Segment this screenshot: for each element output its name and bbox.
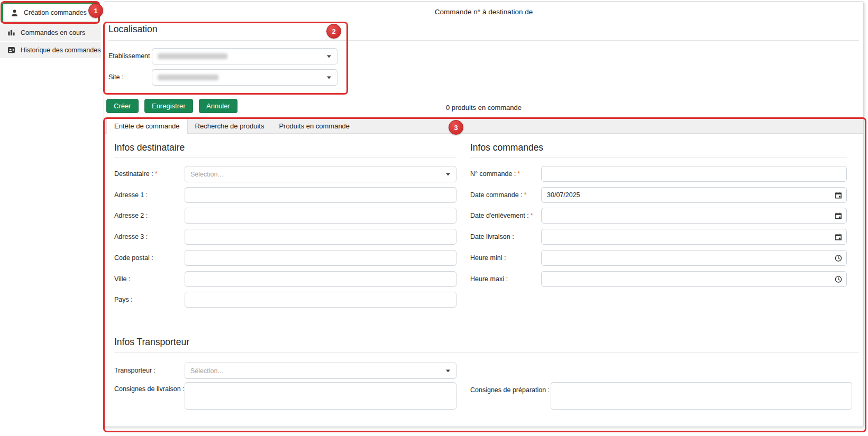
num-commande-label: N° commande :*	[470, 170, 520, 178]
destinataire-select[interactable]: Sélection...	[185, 166, 456, 182]
tab-bar: Entête de commande Recherche de produits…	[104, 118, 863, 134]
transporteur-select[interactable]: Sélection...	[185, 363, 456, 379]
calendar-icon[interactable]	[834, 191, 842, 199]
ville-input[interactable]	[185, 271, 456, 287]
site-select[interactable]	[152, 69, 337, 86]
sidebar-item-historique-commandes[interactable]: Historique des commandes	[0, 42, 101, 58]
app-root: Création commandes Commandes en cours Hi…	[0, 0, 868, 436]
adresse2-label: Adresse 2 :	[114, 212, 148, 219]
adresse3-label: Adresse 3 :	[114, 233, 148, 240]
infos-transporteur-divider	[114, 352, 859, 352]
site-redacted-value	[158, 75, 218, 80]
localisation-title: Localisation	[108, 24, 157, 35]
infos-transporteur-title: Infos Transporteur	[114, 337, 189, 348]
main-panel: Commande n° à destination de Localisatio…	[104, 1, 864, 427]
destinataire-label: Destinataire :*	[114, 170, 158, 178]
adresse1-input[interactable]	[185, 187, 456, 203]
transporteur-placeholder: Sélection...	[190, 367, 223, 375]
infos-commandes-divider	[470, 157, 847, 157]
consignes-livraison-textarea[interactable]	[185, 382, 456, 410]
clock-icon[interactable]	[834, 275, 842, 283]
bar-chart-icon	[7, 29, 15, 37]
heure-maxi-input[interactable]	[541, 271, 847, 287]
tab-recherche-de-produits[interactable]: Recherche de produits	[188, 118, 272, 134]
heure-maxi-label: Heure maxi :	[470, 275, 508, 283]
ville-label: Ville :	[114, 275, 130, 283]
adresse3-input[interactable]	[185, 229, 456, 245]
code-postal-label: Code postal :	[114, 254, 153, 262]
infos-destinataire-divider	[114, 157, 456, 157]
code-postal-input[interactable]	[185, 250, 456, 266]
etablissement-select[interactable]	[152, 48, 337, 64]
site-label: Site :	[108, 73, 124, 81]
heure-mini-label: Heure mini :	[470, 254, 506, 262]
consignes-livraison-label: Consignes de livraison :	[114, 385, 185, 393]
pays-input[interactable]	[185, 292, 456, 308]
etablissement-label: Etablissement :	[108, 52, 153, 60]
tab-produits-en-commande[interactable]: Produits en commande	[271, 118, 357, 134]
num-commande-input[interactable]	[541, 166, 847, 182]
date-enlevement-label: Date d'enlèvement :*	[470, 212, 533, 219]
consignes-preparation-label: Consignes de préparation :	[470, 386, 550, 394]
date-livraison-label: Date livraison :	[470, 233, 514, 240]
calendar-icon[interactable]	[834, 212, 842, 220]
user-icon	[10, 8, 19, 17]
sidebar-item-creation-commandes[interactable]: Création commandes	[2, 3, 99, 23]
localisation-divider	[108, 40, 859, 41]
chevron-down-icon	[327, 55, 331, 58]
transporteur-label: Transporteur :	[114, 367, 156, 374]
etablissement-redacted-value	[158, 53, 227, 59]
infos-destinataire-title: Infos destinataire	[114, 142, 185, 153]
date-commande-label: Date commande :*	[470, 191, 527, 199]
products-count-status: 0 produits en commande	[104, 104, 863, 112]
chevron-down-icon	[446, 369, 450, 372]
date-commande-input[interactable]	[541, 187, 847, 203]
adresse1-label: Adresse 1 :	[114, 191, 148, 199]
pays-label: Pays :	[114, 296, 133, 303]
heure-mini-input[interactable]	[541, 250, 847, 266]
tab-entete-de-commande[interactable]: Entête de commande	[106, 118, 188, 134]
order-header-title: Commande n° à destination de	[104, 8, 863, 16]
date-livraison-input[interactable]	[541, 229, 847, 245]
chevron-down-icon	[446, 173, 450, 175]
id-card-icon	[7, 46, 15, 54]
sidebar-item-label: Historique des commandes	[21, 47, 100, 54]
adresse2-input[interactable]	[185, 208, 456, 224]
clock-icon[interactable]	[834, 254, 842, 262]
infos-commandes-title: Infos commandes	[470, 142, 543, 153]
destinataire-placeholder: Sélection...	[190, 171, 223, 178]
chevron-down-icon	[327, 76, 331, 79]
sidebar-item-label: Création commandes	[24, 9, 87, 16]
date-enlevement-input[interactable]	[541, 208, 847, 224]
sidebar-item-commandes-en-cours[interactable]: Commandes en cours	[0, 24, 101, 41]
sidebar-item-label: Commandes en cours	[21, 29, 85, 36]
calendar-icon[interactable]	[834, 233, 842, 241]
consignes-preparation-textarea[interactable]	[551, 382, 852, 410]
